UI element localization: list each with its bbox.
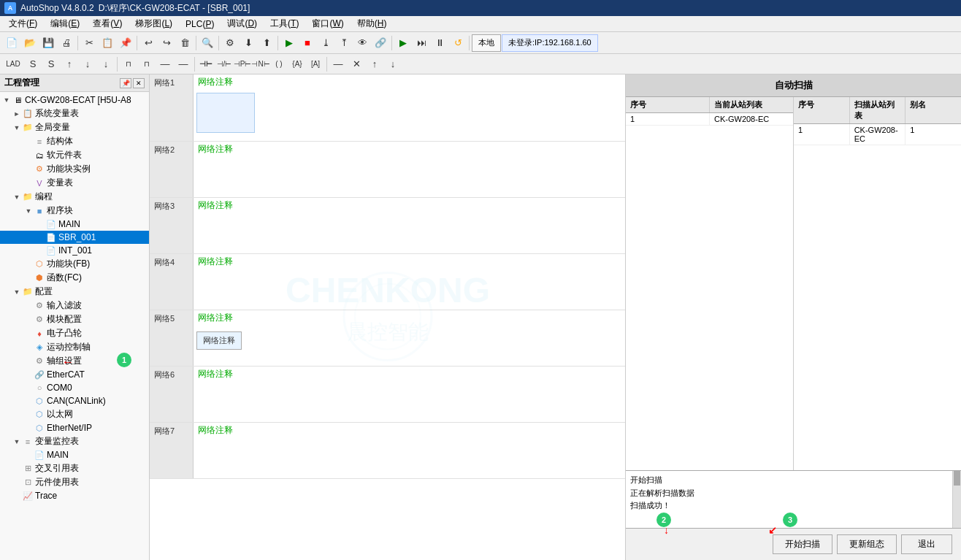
tree-node-axisconfig[interactable]: ⚙ 轴组设置 1 ← — [0, 354, 149, 368]
menu-debug[interactable]: 调试(D) — [221, 16, 263, 31]
panel-pin-button[interactable]: 📌 — [120, 78, 131, 88]
tree-node-fc[interactable]: ⬢ 函数(FC) — [0, 271, 149, 285]
rung-btn4[interactable]: — — [175, 55, 192, 73]
search-button[interactable]: 🔍 — [199, 34, 216, 52]
tree-expand-root[interactable]: ▼ — [1, 95, 12, 105]
rung-btn3[interactable]: — — [156, 55, 174, 73]
menu-file[interactable]: 文件(F) — [3, 16, 43, 31]
scan-start-button[interactable]: 开始扫描 — [773, 534, 832, 554]
tree-node-crossref[interactable]: ⊞ 交叉引用表 — [0, 461, 149, 475]
network-comment-7[interactable]: 网络注释 — [194, 423, 625, 438]
step-button[interactable]: ⏭ — [413, 34, 430, 52]
menu-edit[interactable]: 编辑(E) — [45, 16, 85, 31]
cut-button[interactable]: ✂ — [80, 34, 98, 52]
tree-node-fbinst[interactable]: ⚙ 功能块实例 — [0, 162, 149, 176]
tree-node-sysvars[interactable]: ► 📋 系统变量表 — [0, 107, 149, 120]
network-body-5[interactable]: 网络注释 — [194, 326, 625, 366]
tree-node-config[interactable]: ▼ 📁 配置 — [0, 285, 149, 299]
scan-exit-button[interactable]: 退出 — [901, 534, 952, 554]
menu-help[interactable]: 帮助(H) — [351, 16, 393, 31]
tree-node-trace[interactable]: 📈 Trace — [0, 489, 149, 502]
monitor-button[interactable]: 👁 — [353, 34, 371, 52]
contact-p[interactable]: ⊣P⊢ — [234, 55, 251, 73]
network-comment-4[interactable]: 网络注释 — [194, 254, 625, 269]
contact-no[interactable]: ⊣⊢ — [197, 55, 215, 73]
tree-expand-prog[interactable]: ▼ — [12, 192, 22, 202]
comm-button[interactable]: 🔗 — [372, 34, 389, 52]
connection-button[interactable]: 未登录:IP:192.168.1.60 — [502, 34, 598, 52]
ladder-btn3[interactable]: S — [42, 55, 60, 73]
set-btn[interactable]: {A} — [288, 55, 306, 73]
ladder-up[interactable]: ↑ — [61, 55, 78, 73]
tree-node-swcomp[interactable]: 🗂 软元件表 — [0, 148, 149, 162]
upload-button[interactable]: ⬆ — [258, 34, 275, 52]
contact-n[interactable]: ⊣N⊢ — [252, 55, 269, 73]
tree-expand-sysvars[interactable]: ► — [12, 109, 22, 119]
network-body-7[interactable] — [194, 438, 625, 478]
run2-button[interactable]: ▶ — [394, 34, 412, 52]
tree-node-ethernet[interactable]: ⬡ 以太网 — [0, 407, 149, 421]
delete-button[interactable]: 🗑 — [176, 34, 194, 52]
panel-close-button[interactable]: ✕ — [133, 78, 145, 88]
network-comment-2[interactable]: 网络注释 — [194, 142, 625, 157]
tree-node-motionctrl[interactable]: ◈ 运动控制轴 — [0, 340, 149, 354]
tree-node-progblocks[interactable]: ▼ ■ 程序块 — [0, 204, 149, 218]
arrow-btn[interactable]: ↑ — [366, 55, 383, 73]
tree-node-vars[interactable]: V 变量表 — [0, 176, 149, 190]
network-body-3[interactable] — [194, 213, 625, 253]
tree-node-fb[interactable]: ⬡ 功能块(FB) — [0, 257, 149, 271]
new-button[interactable]: 📄 — [3, 34, 20, 52]
tree-node-prog[interactable]: ▼ 📁 编程 — [0, 190, 149, 204]
paste-button[interactable]: 📌 — [117, 34, 134, 52]
network-comment-5[interactable]: 网络注释 — [194, 310, 625, 326]
tree-expand-globalvars[interactable]: ▼ — [12, 123, 22, 133]
tree-node-main[interactable]: 📄 MAIN — [0, 218, 149, 231]
tree-expand-varmonitor[interactable]: ▼ — [12, 437, 22, 447]
copy-button[interactable]: 📋 — [99, 34, 116, 52]
tree-node-sbr001[interactable]: 📄 SBR_001 — [0, 231, 149, 244]
ladder-btn2[interactable]: S — [24, 55, 42, 73]
arrow-dn-btn[interactable]: ↓ — [384, 55, 402, 73]
tree-expand-progblocks[interactable]: ▼ — [23, 206, 34, 216]
dl-button[interactable]: ⤓ — [317, 34, 334, 52]
run-button[interactable]: ▶ — [280, 34, 298, 52]
tree-node-root[interactable]: ▼ 🖥 CK-GW208-ECAT [H5U-A8 — [0, 93, 149, 107]
scan-update-button[interactable]: 更新组态 — [837, 534, 897, 554]
reset-button[interactable]: ↺ — [449, 34, 467, 52]
stop-button[interactable]: ■ — [299, 34, 316, 52]
rung-btn2[interactable]: ⊓ — [138, 55, 156, 73]
network-body-6[interactable] — [194, 382, 625, 422]
network-comment-3[interactable]: 网络注释 — [194, 198, 625, 213]
save-button[interactable]: 💾 — [39, 34, 57, 52]
hline-btn[interactable]: — — [329, 55, 347, 73]
ladder-dn[interactable]: ↓ — [79, 55, 96, 73]
print-button[interactable]: 🖨 — [58, 34, 75, 52]
menu-plc[interactable]: PLC(P) — [180, 18, 220, 31]
rst-btn[interactable]: [A] — [307, 55, 324, 73]
coil-btn[interactable]: ( ) — [270, 55, 288, 73]
rung-btn[interactable]: ⊓ — [120, 55, 137, 73]
undo-button[interactable]: ↩ — [139, 34, 157, 52]
network-comment-1[interactable]: 网络注释 — [194, 74, 625, 90]
open-button[interactable]: 📂 — [21, 34, 39, 52]
tree-node-varmonitor[interactable]: ▼ ≡ 变量监控表 — [0, 434, 149, 448]
menu-window[interactable]: 窗口(W) — [306, 16, 349, 31]
network-body-2[interactable] — [194, 157, 625, 197]
contact-nc[interactable]: ⊣/⊢ — [215, 55, 233, 73]
network-body-1[interactable] — [194, 90, 625, 141]
network-editor[interactable]: 网络1 网络注释 网络2 网络注释 网络3 — [150, 74, 625, 560]
network-body-4[interactable] — [194, 269, 625, 310]
download-button[interactable]: ⬇ — [240, 34, 257, 52]
tree-node-int001[interactable]: 📄 INT_001 — [0, 244, 149, 257]
tree-node-moduleconfig[interactable]: ⚙ 模块配置 — [0, 312, 149, 326]
ul-button[interactable]: ⤒ — [335, 34, 353, 52]
tree-node-com0[interactable]: ○ COM0 — [0, 381, 149, 394]
redo-button[interactable]: ↪ — [158, 34, 175, 52]
compile-button[interactable]: ⚙ — [221, 34, 239, 52]
ladder-dn2[interactable]: ↓ — [97, 55, 115, 73]
tree-node-compusage[interactable]: ⊡ 元件使用表 — [0, 475, 149, 489]
menu-ladder[interactable]: 梯形图(L) — [129, 16, 178, 31]
tree-node-struct[interactable]: ≡ 结构体 — [0, 134, 149, 148]
tree-expand-config[interactable]: ▼ — [12, 287, 22, 297]
location-button[interactable]: 本地 — [472, 34, 501, 52]
